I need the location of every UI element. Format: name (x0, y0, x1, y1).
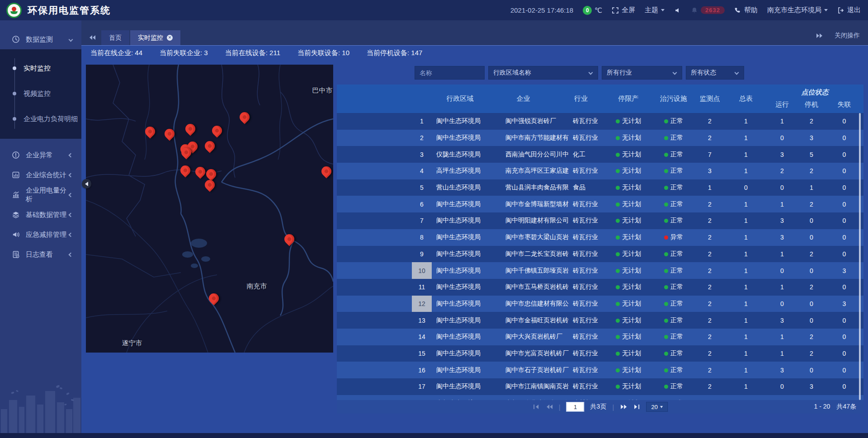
filter-bar: 行政区域名称 所有行业 所有状态 (415, 66, 863, 80)
tab-home[interactable]: 首页 (101, 30, 129, 45)
green-dot-icon (664, 302, 668, 306)
sidebar-item-enterprise-statistics[interactable]: 企业综合统计 (0, 165, 81, 185)
table-row[interactable]: 10阆中生态环境局阆中千佛镇五郎垭页岩砖瓦行业无计划正常21003 (337, 262, 863, 279)
close-operations-button[interactable]: 关闭操作 (835, 32, 860, 40)
sidebar-item-power-usage-analysis[interactable]: 企业用电量分析 (0, 185, 81, 205)
cell-pollution-status: 正常 (653, 382, 694, 391)
cell-lost: 3 (825, 267, 863, 274)
table-row[interactable]: 8阆中生态环境局阆中市枣碧大梁山页岩砖瓦行业无计划异常21300 (337, 229, 863, 246)
fullscreen-button[interactable]: 全屏 (612, 6, 635, 14)
sidebar-subitem-企业电力负荷明细[interactable]: 企业电力负荷明细 (0, 106, 81, 132)
cell-limit-status: 无计划 (604, 366, 653, 374)
chevron-left-icon (69, 193, 73, 197)
table-row[interactable]: 17阆中生态环境局阆中市江南镇阆南页岩砖瓦行业无计划正常21030 (337, 378, 863, 395)
cell-company: 阆中千佛镇五郎垭页岩 (488, 267, 558, 275)
record-range: 1 - 20 (814, 403, 830, 411)
table-row[interactable]: 2阆中生态环境局阆中市南方节能建材有砖瓦行业无计划正常21030 (337, 130, 863, 146)
table-row[interactable]: 14阆中生态环境局阆中大兴页岩机砖厂砖瓦行业无计划正常21120 (337, 329, 863, 345)
sidebar-item-data-monitoring[interactable]: 数据监测 (0, 29, 81, 49)
table-row[interactable]: 1阆中生态环境局阆中强锐页岩砖厂砖瓦行业无计划正常21120 (337, 113, 863, 130)
table-row[interactable]: 6阆中生态环境局阆中市金博瑞新型墙材砖瓦行业无计划正常21120 (337, 196, 863, 212)
cell-points: 2 (694, 350, 726, 357)
theme-dropdown[interactable]: 主题 (645, 6, 665, 14)
map-panel[interactable]: 巴中市南充市遂宁市 (86, 65, 333, 353)
page-number-input[interactable] (566, 402, 585, 412)
chevron-down-icon (824, 9, 828, 11)
first-page-button[interactable] (533, 404, 540, 410)
sidebar-item-log-view[interactable]: 日志查看 (0, 245, 81, 264)
industry-filter-select[interactable]: 所有行业 (602, 66, 682, 80)
cell-run: 3 (766, 317, 798, 324)
row-number: 3 (412, 146, 432, 163)
help-button[interactable]: 帮助 (734, 6, 758, 14)
table-row[interactable]: 7阆中生态环境局阆中明阳建材有限公司砖瓦行业无计划正常21300 (337, 212, 863, 229)
prev-page-button[interactable] (546, 404, 553, 410)
record-total: 共47条 (836, 403, 856, 411)
sidebar-subitem-视频监控[interactable]: 视频监控 (0, 81, 81, 106)
cell-limit-status: 无计划 (604, 233, 653, 241)
notifications-button[interactable]: 2632 (691, 6, 725, 14)
table-row[interactable]: 16阆中生态环境局阆中市石子页岩机砖厂砖瓦行业无计划正常21300 (337, 362, 863, 378)
cell-stop: 2 (798, 118, 825, 125)
cell-region: 阆中生态环境局 (432, 267, 488, 275)
green-dot-icon (664, 352, 668, 356)
table-row[interactable]: 3仪陇生态环境局西南油气田分公司川中化工无计划正常71350 (337, 146, 863, 163)
row-number: 5 (412, 179, 432, 196)
cell-meters: 1 (726, 267, 766, 274)
cell-stop: 2 (798, 283, 825, 291)
chevron-left-icon (69, 173, 73, 177)
cell-company: 阆中市江南镇阆南页岩 (488, 382, 558, 391)
table-scrollbar[interactable] (859, 113, 861, 400)
table-row[interactable]: 15阆中生态环境局阆中市光富页岩机砖厂砖瓦行业无计划正常21120 (337, 345, 863, 362)
cell-lost: 0 (825, 383, 863, 390)
next-page-button[interactable] (620, 404, 627, 410)
page-size-select[interactable]: 20 (646, 402, 668, 412)
cell-lost: 0 (825, 167, 863, 174)
table-row[interactable]: 9阆中生态环境局阆中市二龙长宝页岩砖砖瓦行业无计划正常21120 (337, 246, 863, 263)
cell-pollution-status: 正常 (653, 349, 694, 358)
table-row[interactable]: 11阆中生态环境局阆中市五马桥页岩机砖砖瓦行业无计划正常21120 (337, 279, 863, 296)
sidebar-item-emergency-reduction[interactable]: 应急减排管理 (0, 225, 81, 245)
cell-company: 阆中市枣碧大梁山页岩 (488, 233, 558, 241)
chevron-left-icon (69, 153, 73, 157)
cell-pollution-status: 正常 (653, 283, 694, 291)
tab-realtime-monitoring[interactable]: 实时监控 (130, 30, 180, 45)
cell-company: 阆中市金博瑞新型墙材 (488, 200, 558, 208)
bullet-dot-icon (13, 117, 16, 121)
last-page-button[interactable] (633, 404, 640, 410)
logout-button[interactable]: 退出 (837, 6, 861, 14)
tabs-scroll-right-button[interactable] (816, 32, 823, 39)
region-filter-select[interactable]: 行政区域名称 (488, 66, 598, 80)
chevron-left-icon (69, 232, 73, 237)
green-dot-icon (616, 136, 620, 140)
table-row[interactable]: 13阆中生态环境局阆中市金福旺页岩机砖砖瓦行业无计划正常21300 (337, 312, 863, 329)
cell-limit-status: 无计划 (604, 250, 653, 258)
col-meter-header: 总表 (726, 85, 766, 113)
row-number: 13 (412, 312, 432, 329)
status-filter-select[interactable]: 所有状态 (686, 66, 744, 80)
cell-lost: 0 (825, 283, 863, 291)
cell-limit-status: 无计划 (604, 184, 653, 192)
table-row[interactable]: 18南部生态环境局南部县砌华水泥有限公建材加工无计划正常60060 (337, 395, 863, 400)
table-row[interactable]: 4高坪生态环境局南充市高坪区王家店建砖瓦行业无计划正常31220 (337, 163, 863, 179)
sidebar-item-enterprise-abnormal[interactable]: 企业异常 (0, 145, 81, 165)
row-number: 11 (412, 279, 432, 296)
table-row[interactable]: 5营山生态环境局营山县润丰肉食品有限食品无计划正常10010 (337, 179, 863, 196)
log-file-icon (12, 250, 20, 259)
stats-window-icon (12, 171, 20, 179)
sidebar-subitem-实时监控[interactable]: 实时监控 (0, 56, 81, 81)
cell-meters: 1 (726, 283, 766, 291)
sound-button[interactable] (674, 7, 681, 14)
name-filter-input[interactable] (415, 66, 485, 80)
organization-dropdown[interactable]: 南充市生态环境局 (767, 6, 828, 14)
table-row[interactable]: 12阆中生态环境局阆中市忠信建材有限公砖瓦行业无计划正常21003 (337, 296, 863, 312)
cell-meters: 1 (726, 151, 766, 158)
cell-lost: 0 (825, 201, 863, 208)
row-number: 2 (412, 130, 432, 146)
sidebar-item-base-data-management[interactable]: 基础数据管理 (0, 205, 81, 225)
close-tab-icon[interactable] (167, 35, 173, 41)
cell-stop: 2 (798, 350, 825, 357)
cell-run: 2 (766, 167, 798, 174)
map-collapse-handle[interactable] (82, 179, 91, 188)
tabs-scroll-left-button[interactable] (89, 34, 96, 41)
